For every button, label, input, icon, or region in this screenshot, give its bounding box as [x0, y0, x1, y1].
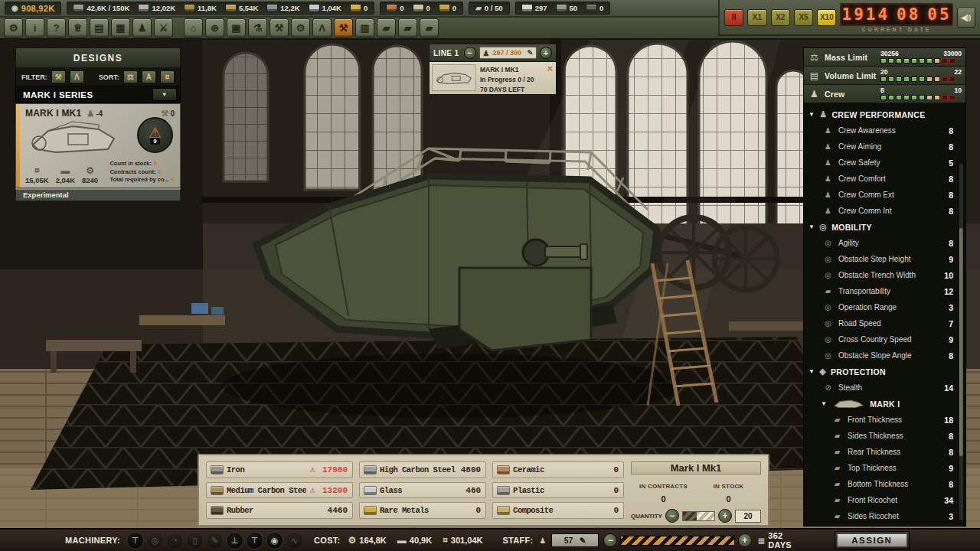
gauge-segment	[919, 95, 925, 100]
gauge-volume-limit: ▤ Volume Limit 20 22	[804, 67, 965, 85]
scrollbar-thumb[interactable]	[959, 228, 963, 456]
resources-box-2: 0 0 0	[380, 2, 463, 15]
resource-chip: 0	[439, 4, 456, 12]
pause-button[interactable]: II	[724, 9, 743, 26]
stamp-press-machine[interactable]: ⊥	[226, 532, 243, 549]
staff-minus-button[interactable]: −	[603, 533, 617, 547]
date-display: 1914 08 05 CURRENT DATE	[840, 3, 952, 32]
military-button[interactable]: ⚔	[154, 18, 173, 37]
paint-machine[interactable]: ✎	[206, 532, 224, 549]
iron-resource	[74, 5, 83, 11]
drill-press-machine[interactable]: ⊤	[126, 532, 144, 549]
info-button[interactable]: i	[25, 18, 44, 37]
speed-x2-button[interactable]: X2	[771, 9, 790, 26]
staff-slider[interactable]	[620, 536, 734, 546]
design-card-mark-i-mk1[interactable]: MARK I MK1 ♟ -4 ⚒ 0 ⚠ 9 ¤	[15, 103, 181, 188]
measuring-button[interactable]: Λ	[312, 18, 332, 37]
gauge-segment	[942, 58, 948, 64]
material-row: Ceramic ⚠ 0	[492, 461, 624, 478]
design-button[interactable]: ⚒	[334, 18, 353, 37]
gauge-segment	[942, 95, 948, 100]
gauge-max: 33000	[943, 51, 962, 57]
section-title: MOBILITY	[831, 223, 872, 232]
tank-icon: ▰	[475, 4, 482, 12]
roller-machine[interactable]: ◔	[166, 532, 184, 549]
personnel-button[interactable]: ♟	[132, 18, 152, 37]
staff-plus-button[interactable]: +	[738, 533, 752, 547]
section-header-mobility[interactable]: ▼ ◎ MOBILITY	[804, 219, 965, 235]
filter-hammer-button[interactable]: ⚒	[51, 70, 66, 83]
speed-x10-button[interactable]: X10	[817, 9, 836, 26]
stat-value: 8	[949, 142, 953, 152]
line-close-button[interactable]: ×	[547, 63, 553, 74]
factory-button[interactable]: ⌂	[184, 18, 203, 37]
help-button[interactable]: ?	[47, 18, 66, 37]
warehouse-button[interactable]: ▥	[355, 18, 374, 37]
newspaper-button[interactable]: ▤	[90, 18, 109, 37]
section-header-crew-performance[interactable]: ▼ ♟ CREW PERFORMANCE	[804, 106, 965, 122]
welder-machine[interactable]: ∿	[286, 532, 303, 549]
logistics-button[interactable]: ▣	[227, 18, 246, 37]
workshop-button[interactable]: ⚒	[270, 18, 289, 37]
collapse-caret-icon: ▼	[808, 368, 815, 375]
stat-icon: ♟	[822, 174, 834, 183]
maintenance-button[interactable]: ⚙	[291, 18, 310, 37]
tank-defense-button[interactable]: ▰	[398, 18, 417, 37]
series-header[interactable]: MARK I SERIES ▼	[15, 86, 181, 103]
stat-row: ▰ Bottom Thickness 8	[804, 476, 965, 492]
design-counters: Count in stock:0 Contracts count:0 Total…	[109, 160, 175, 184]
gauge-segment	[896, 58, 902, 64]
gauge-crew: ♟ Crew 8 10	[804, 85, 965, 103]
staff-chip: 50	[557, 4, 578, 12]
gauge-segment	[896, 77, 902, 82]
fuel-pump-machine[interactable]: ▯	[186, 532, 204, 549]
announcements-button[interactable]: ◀))	[957, 8, 975, 28]
design-warning-badge[interactable]: ⚠ 9	[137, 117, 173, 153]
speed-x1-button[interactable]: X1	[747, 9, 766, 26]
sort-cost-button[interactable]: ¤	[160, 70, 175, 83]
section-header-protection[interactable]: ▼ ◆ PROTECTION	[804, 364, 965, 380]
material-icon	[364, 466, 376, 474]
staff-count-input[interactable]: 57 ✎	[551, 533, 599, 547]
quantity-value[interactable]: 20	[735, 510, 761, 523]
world-map-button[interactable]: ⊕	[205, 18, 224, 37]
series-collapse-button[interactable]: ▼	[152, 88, 177, 101]
tank-park-button[interactable]: ▰	[377, 18, 396, 37]
research-button[interactable]: ⚗	[248, 18, 267, 37]
stat-label: Crew Comm Ext	[838, 191, 894, 199]
staff-value: 50	[570, 4, 578, 12]
design-sketch: ⚠ 9	[25, 120, 175, 158]
resource-chip: 12,02K	[139, 4, 175, 12]
quantity-slider[interactable]	[682, 511, 715, 521]
speed-x5-button[interactable]: X5	[794, 9, 813, 26]
stat-icon: ▰	[831, 464, 843, 472]
protection-mark-i-header[interactable]: ▼ MARK I	[804, 396, 965, 412]
sort-weight-button[interactable]: ⚖	[123, 70, 138, 83]
achievements-button[interactable]: ♕	[68, 18, 87, 37]
lathe-machine[interactable]: ◎	[146, 532, 164, 549]
drill-machine[interactable]: ⊤	[246, 532, 263, 549]
resource-chip: 0	[413, 4, 430, 12]
assign-button[interactable]: ASSIGN	[837, 533, 907, 547]
quantity-minus-button[interactable]: −	[665, 509, 679, 523]
gauge-segment	[919, 77, 925, 82]
stat-row: ▰ Front Ricochet 34	[804, 492, 965, 508]
tank-elite-button[interactable]: ▰	[420, 18, 439, 37]
staff-value: 0	[599, 4, 603, 12]
settings-button[interactable]: ⚙	[4, 18, 23, 37]
bottom-bar: MACHINERY: ⊤ ◎ ◔ ▯ ✎ ⊥ ⊤ ◉ ∿ COST: ⚙	[0, 528, 980, 551]
sort-alpha-button[interactable]: A	[142, 70, 156, 83]
gauge-max: 22	[955, 69, 962, 76]
line-staff-plus-button[interactable]: +	[540, 47, 552, 59]
filter-caliper-button[interactable]: Λ	[70, 70, 84, 83]
line-staff-minus-button[interactable]: −	[464, 47, 476, 59]
edit-icon[interactable]: ✎	[527, 49, 533, 57]
date-caption: CURRENT DATE	[862, 27, 932, 32]
grinder-machine[interactable]: ◉	[266, 532, 283, 549]
stat-row: ▰ Sides Thickness 8	[804, 428, 965, 444]
gauge-label: Mass Limit	[825, 53, 867, 62]
quantity-plus-button[interactable]: +	[718, 509, 732, 523]
crew-modifier: -4	[96, 109, 103, 118]
reports-button[interactable]: ▦	[111, 18, 130, 37]
stat-icon: ▰	[831, 448, 843, 456]
